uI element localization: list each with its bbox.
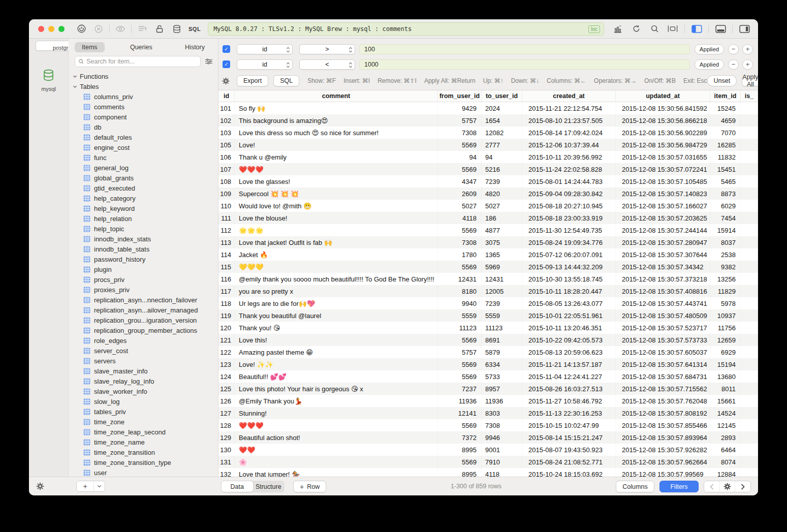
table-cell-to_user_id[interactable]: 12082 [482,127,522,139]
table-cell-created_at[interactable]: 2015-10-30 13:55:18.745 [522,273,616,285]
table-row[interactable]: 125Love this photo! Your hair is gorgeou… [218,383,758,395]
table-cell-updated_at[interactable]: 2015-12-08 15:30:57.307644 [616,248,710,261]
table-cell-comment[interactable]: Love this! [235,334,438,346]
sidebar-table-item[interactable]: innodb_table_stats [69,244,218,254]
sidebar-table-item[interactable]: db [69,122,218,132]
table-cell-item_id[interactable]: 13680 [710,370,741,383]
column-width-icon[interactable] [664,23,681,35]
table-row[interactable]: 110Would love to! @mith 😬502750272015-08… [218,200,758,212]
lock-icon[interactable] [151,23,168,35]
table-cell-updated_at[interactable]: 2015-12-08 15:30:56.866218 [616,114,710,127]
table-cell-updated_at[interactable]: 2015-12-08 15:30:57.605037 [616,346,710,358]
table-cell-item_id[interactable]: 9382 [710,261,741,273]
sidebar-table-item[interactable]: default_roles [69,132,218,142]
sidebar-table-item[interactable]: procs_priv [69,274,218,285]
table-cell-item_id[interactable]: 11829 [710,285,741,297]
table-row[interactable]: 131🌸556979102015-08-24 21:08:52.7712015-… [218,456,758,468]
table-cell-is[interactable] [741,297,758,309]
sidebar-table-item[interactable]: global_grants [69,173,218,183]
table-cell-from_user_id[interactable]: 9429 [438,102,482,114]
sidebar-table-item[interactable]: slave_worker_info [69,386,218,396]
table-cell-from_user_id[interactable]: 94 [438,151,482,163]
table-cell-item_id[interactable]: 10937 [710,309,741,322]
sidebar-table-item[interactable]: replication_asyn...nnection_failover [69,295,218,305]
filters-button[interactable]: Filters [659,481,699,492]
sidebar-search-field[interactable] [75,56,201,67]
sidebar-table-item[interactable]: replication_grou...iguration_version [69,315,218,325]
table-cell-from_user_id[interactable]: 5569 [438,224,482,236]
tree-group-tables[interactable]: Tables [69,81,218,91]
filter-operator-select[interactable]: > [299,44,355,54]
table-cell-item_id[interactable]: 12659 [710,334,741,346]
sidebar-table-item[interactable]: replication_group_member_actions [69,325,218,335]
table-cell-comment[interactable]: ❤️❤️ [235,444,438,456]
filter-checkbox[interactable]: ✓ [223,45,230,53]
add-item-split-button[interactable]: + [76,481,105,492]
table-cell-comment[interactable]: Thank you! 😘 [235,322,438,334]
table-cell-is[interactable] [741,407,758,419]
table-cell-from_user_id[interactable]: 5757 [438,346,482,358]
table-cell-created_at[interactable]: 2015-09-04 09:28:30.842 [522,187,616,200]
table-row[interactable]: 132Love that jumper! 🏇899541182015-10-24… [218,468,758,477]
table-cell-item_id[interactable]: 8074 [710,456,741,468]
columns-button[interactable]: Columns [616,481,654,492]
table-cell-to_user_id[interactable]: 1654 [482,114,522,127]
table-cell-is[interactable] [741,224,758,236]
table-cell-item_id[interactable]: 15194 [710,358,741,370]
table-cell-comment[interactable]: Love this dress so much 😍 so nice for su… [235,127,438,139]
table-cell-created_at[interactable]: 2015-10-11 18:28:20.447 [522,285,616,297]
refresh-icon[interactable] [627,23,645,35]
add-filter-button[interactable]: + [742,59,753,70]
table-cell-created_at[interactable]: 2015-08-18 20:27:10.945 [522,200,616,212]
table-cell-to_user_id[interactable]: 6334 [482,358,522,370]
table-cell-item_id[interactable]: 8873 [710,187,741,200]
table-cell-updated_at[interactable]: 2015-12-08 15:30:57.762048 [616,395,710,407]
table-cell-id[interactable]: 127 [218,407,235,419]
table-cell-is[interactable] [741,358,758,370]
table-cell-updated_at[interactable]: 2015-12-08 15:30:56.841592 [616,102,710,114]
applied-button[interactable]: Applied [695,59,724,70]
table-cell-updated_at[interactable]: 2015-12-08 15:30:57.480509 [616,309,710,322]
table-cell-comment[interactable]: This background is amazing😍 [235,114,438,127]
table-cell-comment[interactable]: @Emily Thank you💃 [235,395,438,407]
table-cell-comment[interactable]: Amazing pastel theme 😁 [235,346,438,358]
table-cell-to_user_id[interactable]: 11123 [482,322,522,334]
sidebar-table-item[interactable]: columns_priv [69,91,218,102]
sidebar-table-item[interactable]: help_relation [69,213,218,224]
table-row[interactable]: 119Thank you beautiful @laurel5559555920… [218,309,758,322]
table-row[interactable]: 115💛💛💛556959692015-09-13 14:44:32.209201… [218,261,758,273]
table-cell-comment[interactable]: Love! ✨✨ [235,358,438,370]
table-cell-created_at[interactable]: 2015-11-21 22:12:54.754 [522,102,616,114]
table-cell-to_user_id[interactable]: 7239 [482,297,522,309]
table-cell-created_at[interactable]: 2015-08-24 21:08:52.771 [522,456,616,468]
table-cell-from_user_id[interactable]: 12141 [438,407,482,419]
filter-value-input[interactable] [359,44,690,54]
table-cell-to_user_id[interactable]: 5969 [482,261,522,273]
filter-column-select[interactable]: id [237,44,293,54]
table-cell-created_at[interactable]: 2015-11-24 22:02:58.828 [522,163,616,175]
apply-all-button[interactable]: Apply All [742,75,758,86]
column-header-to_user_id[interactable]: to_user_id [482,90,522,102]
table-cell-updated_at[interactable]: 2015-12-08 15:30:57.684731 [616,370,710,383]
table-cell-id[interactable]: 116 [218,273,235,285]
toggle-right-panel-icon[interactable] [736,23,753,35]
table-cell-comment[interactable]: Love the glasses! [235,175,438,187]
table-row[interactable]: 106Thank u @emily94942015-10-11 20:39:56… [218,151,758,163]
table-cell-from_user_id[interactable]: 2609 [438,187,482,200]
table-cell-comment[interactable]: Love this photo! Your hair is gorgeous 😘… [235,383,438,395]
table-cell-updated_at[interactable]: 2015-12-08 15:30:57.072241 [616,163,710,175]
table-cell-is[interactable] [741,236,758,248]
table-row[interactable]: 130❤️❤️899590012015-08-07 19:43:50.92320… [218,444,758,456]
table-cell-comment[interactable]: ❤️❤️❤️ [235,163,438,175]
table-cell-updated_at[interactable]: 2015-12-08 15:30:57.926282 [616,444,710,456]
sql-preview-button[interactable]: SQL [273,75,299,86]
table-cell-created_at[interactable]: 2015-10-01 22:05:51.961 [522,309,616,322]
table-cell-created_at[interactable]: 2015-08-14 15:15:21.247 [522,431,616,444]
zoom-window-button[interactable] [58,26,65,32]
table-cell-updated_at[interactable]: 2015-12-08 15:30:57.715562 [616,383,710,395]
table-cell-updated_at[interactable]: 2015-12-08 15:30:57.893964 [616,431,710,444]
filter-value-input[interactable] [359,59,690,70]
table-cell-created_at[interactable]: 2015-10-11 13:20:46.351 [522,322,616,334]
table-cell-updated_at[interactable]: 2015-12-08 15:30:56.984729 [616,139,710,151]
table-cell-is[interactable] [741,139,758,151]
